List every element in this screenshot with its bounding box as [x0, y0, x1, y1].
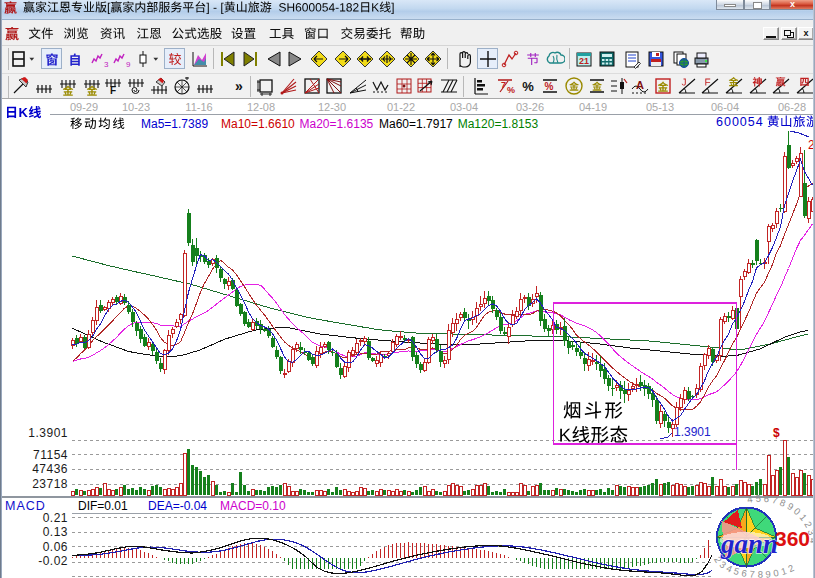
svg-text:0.13: 0.13 — [43, 525, 68, 539]
svg-text:DIF=0.01: DIF=0.01 — [78, 499, 128, 513]
svg-text:1.3901: 1.3901 — [28, 426, 68, 440]
svg-text:11-16: 11-16 — [185, 101, 212, 113]
svg-text:0.06: 0.06 — [43, 540, 68, 554]
svg-text:DEA=-0.04: DEA=-0.04 — [148, 499, 207, 513]
svg-text:03-04: 03-04 — [450, 101, 478, 113]
svg-text:1.3901: 1.3901 — [674, 425, 711, 439]
svg-text:04-19: 04-19 — [579, 101, 607, 113]
svg-text:gann: gann — [720, 529, 778, 559]
svg-text:MACD: MACD — [5, 499, 46, 513]
svg-text:$: $ — [773, 426, 780, 440]
svg-text:06-28: 06-28 — [778, 101, 806, 113]
svg-text:03-26: 03-26 — [516, 101, 544, 113]
svg-text:0.21: 0.21 — [43, 511, 68, 525]
svg-text:09-29: 09-29 — [70, 101, 98, 113]
svg-text:600054: 600054 — [716, 115, 764, 129]
svg-text:Ma10=1.6610: Ma10=1.6610 — [221, 117, 295, 131]
svg-text:12-08: 12-08 — [247, 101, 275, 113]
svg-text:23718: 23718 — [32, 477, 68, 491]
svg-text:05-13: 05-13 — [646, 101, 674, 113]
svg-text:Ma60=1.7917: Ma60=1.7917 — [379, 117, 453, 131]
svg-text:-0.02: -0.02 — [38, 554, 68, 568]
svg-text:06-04: 06-04 — [711, 101, 739, 113]
svg-text:10-23: 10-23 — [122, 101, 150, 113]
svg-text:Ma20=1.6135: Ma20=1.6135 — [300, 117, 374, 131]
svg-text:01-22: 01-22 — [387, 101, 415, 113]
svg-text:MACD=0.10: MACD=0.10 — [220, 499, 286, 513]
svg-text:71154: 71154 — [33, 448, 68, 462]
svg-text:47436: 47436 — [32, 462, 68, 476]
svg-text:Ma5=1.7389: Ma5=1.7389 — [141, 117, 208, 131]
svg-text:360: 360 — [775, 527, 810, 550]
svg-text:Ma120=1.8153: Ma120=1.8153 — [458, 117, 539, 131]
svg-text:12-30: 12-30 — [318, 101, 346, 113]
